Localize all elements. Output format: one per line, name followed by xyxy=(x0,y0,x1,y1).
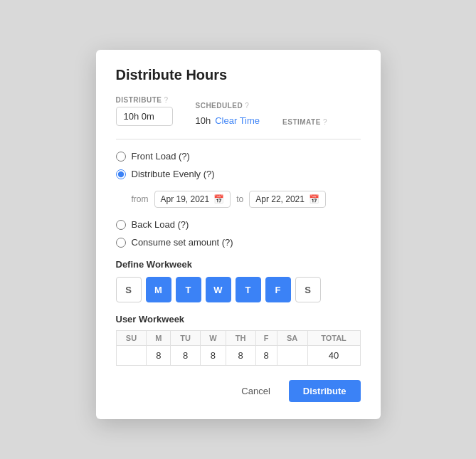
cell-tu: 8 xyxy=(171,346,201,366)
scheduled-field-label: SCHEDULED ? xyxy=(196,102,260,110)
option-back-load-label: Back Load (?) xyxy=(132,219,189,230)
cell-th: 8 xyxy=(226,346,255,366)
distribute-field-label: DISTRIBUTE ? xyxy=(116,96,173,104)
workweek-header-row: SUMTUWTHFSATOTAL xyxy=(116,331,360,346)
modal-fields: DISTRIBUTE ? SCHEDULED ? 10h Clear Time … xyxy=(116,96,361,126)
cell-m: 8 xyxy=(147,346,171,366)
help-icon-estimate[interactable]: ? xyxy=(323,118,327,126)
day-btn-t-2[interactable]: T xyxy=(176,277,201,302)
col-m: M xyxy=(147,331,171,346)
workweek-table: SUMTUWTHFSATOTAL 8888840 xyxy=(116,330,361,366)
cell-f: 8 xyxy=(255,346,277,366)
date-from-picker[interactable]: Apr 19, 2021 📅 xyxy=(154,191,231,208)
cell-sa xyxy=(277,346,307,366)
modal-title: Distribute Hours xyxy=(116,67,361,83)
estimate-field: ESTIMATE ? xyxy=(282,118,327,126)
cancel-button[interactable]: Cancel xyxy=(230,380,281,402)
cell-w: 8 xyxy=(201,346,226,366)
day-btn-t-4[interactable]: T xyxy=(236,277,261,302)
modal-overlay: Distribute Hours DISTRIBUTE ? SCHEDULED … xyxy=(0,0,476,459)
option-distribute-evenly[interactable]: Distribute Evenly (?) xyxy=(116,169,361,179)
col-total: TOTAL xyxy=(307,331,360,346)
radio-front-load[interactable] xyxy=(116,152,126,162)
day-btn-s-0[interactable]: S xyxy=(116,277,142,302)
date-to-value: Apr 22, 2021 xyxy=(255,194,305,204)
to-label: to xyxy=(236,194,243,204)
help-icon-scheduled[interactable]: ? xyxy=(245,102,249,110)
calendar-from-icon: 📅 xyxy=(213,194,224,204)
col-w: W xyxy=(201,331,226,346)
date-from-value: Apr 19, 2021 xyxy=(161,194,210,204)
distribute-field: DISTRIBUTE ? xyxy=(116,96,173,126)
distribution-options: Front Load (?) Distribute Evenly (?) fro… xyxy=(116,151,361,248)
weekday-buttons: SMTWTFS xyxy=(116,277,361,302)
radio-back-load[interactable] xyxy=(116,220,126,230)
scheduled-field: SCHEDULED ? 10h Clear Time xyxy=(196,102,260,126)
date-range: from Apr 19, 2021 📅 to Apr 22, 2021 📅 xyxy=(132,191,361,208)
col-tu: TU xyxy=(171,331,201,346)
option-consume-set[interactable]: Consume set amount (?) xyxy=(116,237,361,248)
modal-footer: Cancel Distribute xyxy=(116,380,361,402)
day-btn-w-3[interactable]: W xyxy=(206,277,231,302)
distribute-hours-modal: Distribute Hours DISTRIBUTE ? SCHEDULED … xyxy=(96,50,381,419)
date-to-picker[interactable]: Apr 22, 2021 📅 xyxy=(249,191,326,208)
day-btn-s-6[interactable]: S xyxy=(295,277,321,302)
day-btn-f-5[interactable]: F xyxy=(265,277,291,302)
option-front-load-label: Front Load (?) xyxy=(132,151,190,162)
option-distribute-evenly-label: Distribute Evenly (?) xyxy=(132,169,215,179)
col-sa: SA xyxy=(277,331,307,346)
radio-distribute-evenly[interactable] xyxy=(116,169,126,179)
calendar-to-icon: 📅 xyxy=(309,194,319,204)
divider-1 xyxy=(116,139,361,139)
user-workweek-title: User Workweek xyxy=(116,314,361,325)
workweek-data-row: 8888840 xyxy=(116,346,360,366)
col-th: TH xyxy=(226,331,255,346)
distribute-input[interactable] xyxy=(116,107,173,126)
clear-time-link[interactable]: Clear Time xyxy=(215,115,260,126)
day-btn-m-1[interactable]: M xyxy=(146,277,171,302)
cell-total: 40 xyxy=(307,346,360,366)
col-f: F xyxy=(255,331,277,346)
option-front-load[interactable]: Front Load (?) xyxy=(116,151,361,162)
estimate-field-label: ESTIMATE ? xyxy=(282,118,327,126)
scheduled-value: 10h Clear Time xyxy=(196,112,260,126)
col-su: SU xyxy=(116,331,147,346)
workweek-section-title: Define Workweek xyxy=(116,259,361,270)
distribute-button[interactable]: Distribute xyxy=(289,380,361,402)
help-icon-distribute[interactable]: ? xyxy=(164,96,169,104)
from-label: from xyxy=(132,194,149,204)
radio-consume-set[interactable] xyxy=(116,238,126,248)
option-consume-set-label: Consume set amount (?) xyxy=(132,237,233,248)
cell-su xyxy=(116,346,147,366)
option-back-load[interactable]: Back Load (?) xyxy=(116,219,361,230)
